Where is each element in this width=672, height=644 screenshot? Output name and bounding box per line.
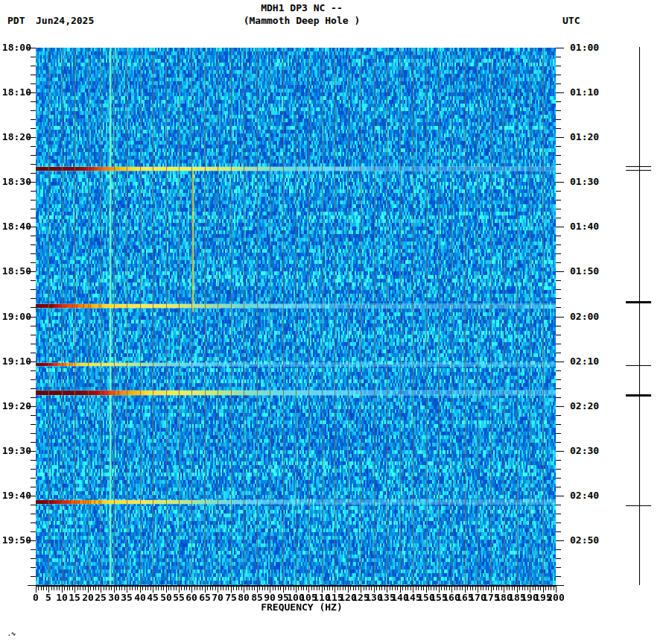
- freq-axis-tick: [540, 587, 541, 590]
- freq-axis-tick: [423, 587, 424, 590]
- freq-axis-tick: [428, 587, 429, 590]
- freq-axis-tick: [509, 587, 510, 590]
- freq-axis-tick: [524, 587, 525, 590]
- freq-axis-label: 200: [543, 593, 568, 603]
- left-axis-label: 19:20: [0, 401, 31, 411]
- right-axis-tick: [556, 182, 564, 183]
- left-axis-tick: [31, 110, 36, 111]
- freq-axis-tick: [306, 587, 307, 590]
- freq-axis-tick: [501, 587, 502, 590]
- left-axis-tick: [31, 469, 36, 470]
- freq-axis-tick: [158, 587, 159, 590]
- left-axis-tick: [31, 57, 36, 57]
- right-axis-tick: [556, 344, 561, 344]
- right-axis-tick: [556, 280, 561, 281]
- freq-axis-tick: [176, 587, 177, 590]
- freq-axis-tick: [142, 587, 143, 590]
- freq-axis-tick: [418, 587, 419, 590]
- right-axis-tick: [556, 433, 561, 434]
- right-axis-tick: [556, 66, 561, 66]
- event-marker: [626, 170, 651, 171]
- freq-axis-tick: [184, 587, 185, 590]
- right-axis-tick: [556, 478, 561, 479]
- freq-axis-tick: [57, 587, 57, 590]
- freq-axis-tick: [397, 587, 398, 590]
- left-axis-label: 19:30: [0, 446, 31, 456]
- freq-axis-tick: [457, 587, 457, 590]
- freq-axis-tick: [355, 587, 356, 590]
- freq-axis-tick: [317, 587, 317, 590]
- freq-axis-tick: [106, 587, 107, 590]
- freq-axis-tick: [43, 587, 44, 590]
- right-axis-tick: [556, 155, 561, 156]
- left-axis-tick: [31, 379, 36, 380]
- right-axis-tick: [556, 92, 564, 93]
- freq-axis-tick: [441, 587, 442, 590]
- freq-axis-tick: [527, 587, 528, 590]
- left-axis-tick: [31, 164, 36, 165]
- left-axis-tick: [31, 209, 36, 209]
- freq-axis-tick: [273, 587, 273, 590]
- left-axis-tick: [31, 344, 36, 344]
- freq-axis-tick: [121, 587, 122, 590]
- right-axis-tick: [556, 164, 561, 165]
- right-axis-tick: [556, 397, 561, 398]
- left-axis-tick: [31, 191, 36, 192]
- freq-axis-tick: [486, 587, 486, 590]
- freq-axis-tick: [150, 587, 151, 590]
- right-axis-label: 02:20: [570, 401, 599, 411]
- right-axis-tick: [556, 307, 561, 308]
- left-axis-tick: [31, 531, 36, 532]
- freq-axis-tick: [168, 587, 169, 590]
- freq-axis-tick: [507, 587, 507, 590]
- left-axis-tick: [31, 558, 36, 559]
- freq-axis-tick: [488, 587, 489, 590]
- left-axis-label: 19:10: [0, 356, 31, 367]
- right-axis-tick: [556, 442, 561, 443]
- right-axis-label: 01:00: [570, 42, 599, 53]
- left-axis-tick: [31, 236, 36, 236]
- freq-axis-tick: [291, 587, 291, 590]
- right-axis-tick: [556, 244, 561, 245]
- freq-axis-tick: [98, 587, 99, 590]
- left-axis-tick: [31, 289, 36, 290]
- freq-axis-tick: [109, 587, 110, 590]
- right-axis-tick: [556, 317, 564, 318]
- right-axis-tick: [556, 496, 564, 496]
- left-axis-tick: [31, 505, 36, 505]
- freq-axis-tick: [254, 587, 255, 590]
- station-title: MDH1 DP3 NC --: [36, 3, 568, 13]
- right-axis-tick: [556, 531, 561, 532]
- freq-axis-tick: [200, 587, 200, 590]
- freq-axis-tick: [408, 587, 408, 590]
- right-axis-tick: [556, 253, 561, 254]
- event-marker: [626, 394, 651, 397]
- station-subtitle: (Mammoth Deep Hole ): [36, 16, 568, 26]
- freq-axis-tick: [236, 587, 237, 590]
- freq-axis-tick: [327, 587, 328, 590]
- left-axis-tick: [31, 146, 36, 147]
- left-axis-tick: [31, 442, 36, 443]
- right-axis-tick: [556, 353, 561, 353]
- freq-axis-tick: [207, 587, 208, 590]
- right-axis-label: 02:40: [570, 490, 599, 501]
- freq-axis-tick: [314, 587, 314, 590]
- event-marker: [626, 301, 651, 303]
- spectrogram-canvas: [36, 48, 556, 585]
- freq-axis-tick: [288, 587, 289, 590]
- right-axis-tick: [556, 523, 561, 523]
- left-axis-label: 18:40: [0, 221, 31, 232]
- freq-axis-tick: [130, 587, 130, 590]
- right-axis-label: 01:30: [570, 177, 599, 187]
- freq-axis-tick: [449, 587, 450, 590]
- freq-axis-tick: [80, 587, 80, 590]
- freq-axis-tick: [311, 587, 312, 590]
- right-axis-tick: [556, 549, 561, 550]
- left-axis-tick: [31, 244, 36, 245]
- left-axis-tick: [31, 415, 36, 416]
- right-axis-tick: [556, 218, 561, 218]
- left-axis-label: 18:50: [0, 266, 31, 277]
- freq-axis-tick: [145, 587, 146, 590]
- corner-watermark: .∿: [7, 631, 16, 637]
- freq-axis-tick: [197, 587, 197, 590]
